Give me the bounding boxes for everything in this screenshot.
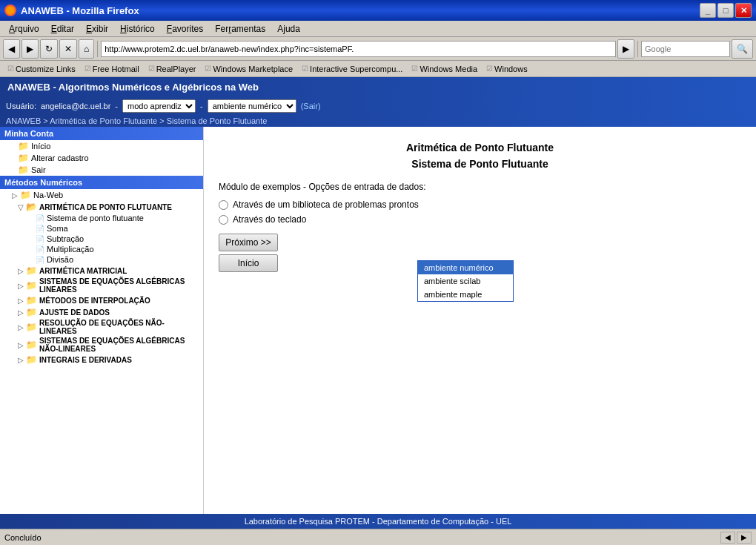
sidebar-item-sistema-pf[interactable]: 📄 Sistema de ponto flutuante [0, 213, 203, 223]
bookmark-customize[interactable]: ☑ Customize Links [3, 65, 80, 73]
sidebar-item-divisao[interactable]: 📄 Divisão [0, 254, 203, 265]
search-button[interactable]: 🔍 [732, 39, 753, 59]
sidebar-item-integrais[interactable]: ▷ 📁 INTEGRAIS E DERIVADAS [0, 354, 203, 366]
sidebar-item-interpolacao[interactable]: ▷ 📁 MÉTODOS DE INTERPOLAÇÃO [0, 294, 203, 306]
sidebar-item-subtracao[interactable]: 📄 Subtração [0, 234, 203, 244]
refresh-button[interactable]: ↻ [40, 39, 58, 59]
page-footer: Laboratório de Pesquisa PROTEM - Departa… [0, 514, 756, 529]
folder-icon4: 📁 [20, 190, 31, 200]
module-label: Módulo de exemplos - Opções de entrada d… [219, 182, 741, 192]
menu-arquivo[interactable]: Arquivo [3, 22, 45, 36]
sidebar-item-naolineares-label: RESOLUÇÃO DE EQUAÇÕES NÃO-LINEARES [39, 319, 199, 335]
proximo-button[interactable]: Próximo >> [219, 234, 278, 251]
sidebar-item-sistemas-naolineares[interactable]: ▷ 📁 SISTEMAS DE EQUAÇÕES ALGÉBRICAS NÃO-… [0, 336, 203, 354]
mode-select[interactable]: modo aprendiz [122, 99, 196, 113]
folder-icon11: 📁 [26, 354, 37, 365]
home-button[interactable]: ⌂ [79, 39, 94, 59]
radio-option-2: Através do teclado [219, 214, 741, 225]
sidebar-item-naweb-label: Na-Web [33, 191, 63, 199]
go-button[interactable]: ▶ [617, 39, 634, 59]
doc-icon4: 📄 [36, 245, 44, 254]
environment-dropdown: ambiente numérico ambiente scilab ambien… [417, 260, 514, 302]
bookmark-icon2: ☑ [84, 65, 91, 73]
bookmarks-bar: ☑ Customize Links ☑ Free Hotmail ☑ RealP… [0, 61, 756, 77]
toolbar-separator2 [637, 41, 638, 57]
sidebar-item-integrais-label: INTEGRAIS E DERIVADAS [39, 356, 132, 364]
sidebar-item-subtracao-label: Subtração [47, 234, 84, 243]
sidebar-section-metodos: Métodos Numéricos [0, 176, 203, 189]
folder-icon3: 📁 [18, 165, 29, 175]
dropdown-option-maple[interactable]: ambiente maple [418, 288, 513, 301]
sidebar-item-matricial-label: ARITMÉTICA MATRICIAL [39, 267, 127, 275]
expand-icon-ajuste: ▷ [18, 308, 24, 317]
user-label: Usuário: [6, 102, 36, 110]
menu-ferramentas[interactable]: Ferramentas [209, 22, 271, 36]
main-layout: Minha Conta 📁 Início 📁 Alterar cadastro … [0, 127, 756, 514]
back-button[interactable]: ◀ [3, 39, 20, 59]
sidebar-item-sistemas-lineares[interactable]: ▷ 📁 SISTEMAS DE EQUAÇÕES ALGÉBRICAS LINE… [0, 277, 203, 294]
sidebar-item-alterar-cadastro[interactable]: 📁 Alterar cadastro [0, 152, 203, 164]
sidebar-item-ajuste-label: AJUSTE DE DADOS [39, 308, 110, 317]
radio-teclado[interactable] [219, 215, 228, 225]
menu-historico[interactable]: Histórico [114, 22, 161, 36]
sidebar-item-sair[interactable]: 📁 Sair [0, 164, 203, 176]
bookmark-icon5: ☑ [302, 65, 308, 73]
sidebar-item-aritmetica-pf[interactable]: ▽ 📂 ARITMÉTICA DE PONTO FLUTUANTE [0, 201, 203, 213]
sidebar-item-inicio[interactable]: 📁 Início [0, 140, 203, 152]
sidebar-item-divisao-label: Divisão [47, 255, 73, 264]
bookmark-icon4: ☑ [205, 65, 211, 73]
bookmark-hotmail[interactable]: ☑ Free Hotmail [80, 65, 144, 73]
sidebar-item-multiplicacao[interactable]: 📄 Multiplicação [0, 244, 203, 254]
maximize-button[interactable]: □ [717, 3, 734, 18]
sidebar-item-sistema-label: Sistema de ponto flutuante [47, 214, 144, 222]
sair-link[interactable]: (Sair) [301, 102, 321, 110]
bookmark-windows-media[interactable]: ☑ Windows Media [407, 65, 482, 73]
bookmark-icon7: ☑ [486, 65, 493, 73]
expand-icon-matricial: ▷ [18, 267, 24, 275]
sidebar-item-aritmetica-matricial[interactable]: ▷ 📁 ARITMÉTICA MATRICIAL [0, 265, 203, 277]
bookmark-marketplace[interactable]: ☑ Windows Marketplace [200, 65, 297, 73]
sidebar-item-interp-label: MÉTODOS DE INTERPOLAÇÃO [39, 297, 150, 305]
bookmark-realplayer[interactable]: ☑ RealPlayer [144, 65, 201, 73]
bookmark-icon3: ☑ [148, 65, 155, 73]
menu-ajuda[interactable]: Ajuda [271, 22, 306, 36]
close-button[interactable]: ✕ [735, 3, 752, 18]
user-email: angelica@dc.uel.br [41, 102, 110, 110]
folder-icon8: 📁 [26, 307, 37, 317]
dropdown-option-numerico[interactable]: ambiente numérico [418, 261, 513, 274]
bookmark-supercompu[interactable]: ☑ Interactive Supercompu... [297, 65, 407, 73]
doc-icon5: 📄 [36, 256, 44, 264]
address-bar[interactable] [101, 41, 616, 57]
dropdown-option-scilab[interactable]: ambiente scilab [418, 274, 513, 288]
sidebar-item-soma[interactable]: 📄 Soma [0, 223, 203, 234]
menubar: Arquivo Editar Exibir Histórico Favorite… [0, 21, 756, 37]
expand-icon-naolineares: ▷ [18, 323, 24, 331]
search-input[interactable] [641, 41, 730, 57]
environment-select[interactable]: ambiente numérico ambiente scilab ambien… [208, 99, 296, 113]
sidebar-item-sisnaolineares-label: SISTEMAS DE EQUAÇÕES ALGÉBRICAS NÃO-LINE… [39, 337, 199, 353]
scroll-left-button[interactable]: ◀ [720, 532, 735, 544]
menu-editar[interactable]: Editar [45, 22, 80, 36]
sidebar-item-sair-label: Sair [31, 165, 46, 174]
doc-icon1: 📄 [36, 214, 44, 222]
sidebar-item-ajuste[interactable]: ▷ 📁 AJUSTE DE DADOS [0, 306, 203, 318]
forward-button[interactable]: ▶ [21, 39, 39, 59]
menu-favoritos[interactable]: Favorites [161, 22, 209, 36]
toolbar: ◀ ▶ ↻ ✕ ⌂ ▶ 🔍 [0, 37, 756, 61]
titlebar-left: ANAWEB - Mozilla Firefox [4, 4, 139, 16]
inicio-button[interactable]: Início [219, 254, 278, 272]
sidebar-item-naweb[interactable]: ▷ 📁 Na-Web [0, 189, 203, 201]
sidebar-item-resolucao-naolineares[interactable]: ▷ 📁 RESOLUÇÃO DE EQUAÇÕES NÃO-LINEARES [0, 318, 203, 336]
firefox-icon [4, 4, 16, 16]
stop-button[interactable]: ✕ [59, 39, 77, 59]
menu-exibir[interactable]: Exibir [80, 22, 114, 36]
sidebar-item-alterar-label: Alterar cadastro [31, 153, 89, 162]
scroll-right-button[interactable]: ▶ [737, 532, 752, 544]
folder-icon5: 📁 [26, 265, 37, 276]
footer-text: Laboratório de Pesquisa PROTEM - Departa… [245, 517, 512, 526]
sidebar-item-soma-label: Soma [47, 224, 68, 233]
radio-biblioteca[interactable] [219, 200, 228, 210]
minimize-button[interactable]: _ [700, 3, 716, 18]
expand-icon-naweb: ▷ [12, 191, 18, 199]
bookmark-windows[interactable]: ☑ Windows [482, 65, 532, 73]
